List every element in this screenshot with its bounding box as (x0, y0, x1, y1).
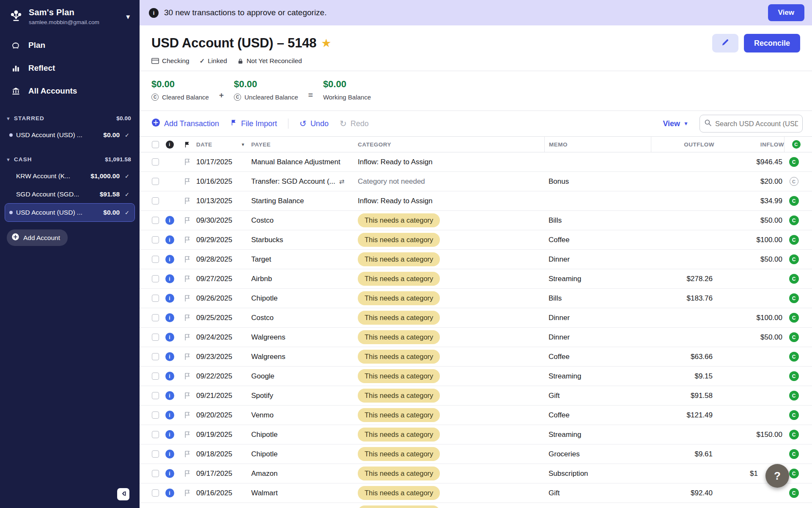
needs-category-pill[interactable]: This needs a category (358, 213, 440, 227)
needs-category-pill[interactable]: This needs a category (358, 389, 440, 403)
transaction-row[interactable]: i 09/21/2025 Spotify This needs a catego… (140, 386, 812, 406)
flag-icon[interactable] (178, 314, 196, 322)
needs-category-pill[interactable]: This needs a category (358, 311, 440, 325)
sidebar-item-plan[interactable]: Plan (0, 34, 140, 57)
flag-icon[interactable] (178, 431, 196, 439)
flag-icon[interactable] (178, 392, 196, 400)
cleared-icon[interactable]: C (789, 332, 799, 342)
select-all-checkbox[interactable] (152, 141, 159, 148)
transaction-row[interactable]: i 09/26/2025 Chipotle This needs a categ… (140, 289, 812, 308)
sidebar-item-all-accounts[interactable]: All Accounts (0, 80, 140, 102)
needs-category-pill[interactable]: This needs a category (358, 233, 440, 247)
transaction-row[interactable]: i 09/27/2025 Airbnb This needs a categor… (140, 269, 812, 289)
row-checkbox[interactable] (152, 411, 159, 419)
cleared-icon[interactable]: C (789, 254, 799, 264)
row-checkbox[interactable] (152, 431, 159, 438)
cleared-icon[interactable]: C (789, 352, 799, 362)
row-checkbox[interactable] (152, 217, 159, 224)
row-checkbox[interactable] (152, 353, 159, 360)
row-checkbox[interactable] (152, 236, 159, 243)
reconcile-button[interactable]: Reconcile (744, 34, 800, 52)
search-input[interactable] (715, 120, 798, 128)
row-checkbox[interactable] (152, 197, 159, 204)
info-icon[interactable]: i (165, 469, 174, 478)
transaction-row[interactable]: i 09/25/2025 Costco This needs a categor… (140, 308, 812, 328)
cleared-icon[interactable]: C (789, 410, 799, 420)
flag-icon[interactable] (178, 236, 196, 244)
transaction-row[interactable]: i 09/24/2025 Walgreens This needs a cate… (140, 328, 812, 347)
needs-category-pill[interactable]: This needs a category (358, 272, 440, 286)
info-icon[interactable]: i (165, 235, 174, 244)
flag-icon[interactable] (178, 411, 196, 419)
transaction-row[interactable]: 10/17/2025 Manual Balance Adjustment Inf… (140, 152, 812, 172)
cleared-icon[interactable]: C (789, 313, 799, 323)
transaction-row[interactable]: i 09/28/2025 Target This needs a categor… (140, 250, 812, 269)
flag-icon[interactable] (178, 294, 196, 302)
flag-icon[interactable] (178, 353, 196, 361)
info-icon[interactable]: i (165, 430, 174, 439)
needs-category-pill[interactable]: This needs a category (358, 291, 440, 305)
row-checkbox[interactable] (152, 178, 159, 185)
flag-icon[interactable] (178, 177, 196, 185)
cleared-icon[interactable]: C (789, 449, 799, 459)
transaction-row[interactable]: i 09/23/2025 Walgreens This needs a cate… (140, 347, 812, 367)
transaction-row[interactable]: i 09/19/2025 Chipotle This needs a categ… (140, 425, 812, 444)
transaction-row[interactable]: i This needs a category (140, 503, 812, 508)
add-account-button[interactable]: Add Account (7, 229, 68, 246)
flag-icon[interactable] (178, 489, 196, 497)
row-checkbox[interactable] (152, 392, 159, 399)
collapse-sidebar-button[interactable] (117, 488, 129, 500)
transaction-row[interactable]: i 09/22/2025 Google This needs a categor… (140, 367, 812, 386)
row-checkbox[interactable] (152, 450, 159, 458)
needs-category-pill[interactable]: This needs a category (358, 428, 440, 442)
flag-icon[interactable] (178, 372, 196, 380)
cleared-icon[interactable]: C (789, 430, 799, 439)
view-dropdown[interactable]: View ▼ (663, 119, 689, 128)
info-icon[interactable]: i (165, 255, 174, 264)
cleared-icon[interactable]: C (789, 293, 799, 303)
transaction-row[interactable]: i 09/20/2025 Venmo This needs a category (140, 406, 812, 425)
file-import-button[interactable]: File Import (230, 119, 277, 128)
transaction-row[interactable]: 10/13/2025 Starting Balance Inflow: Read… (140, 191, 812, 211)
needs-category-pill[interactable]: This needs a category (358, 330, 440, 344)
undo-button[interactable]: ↺ Undo (299, 119, 329, 128)
account-group-starred[interactable]: ▼ STARRED $0.00 (0, 103, 140, 126)
column-header-date[interactable]: DATE ▼ (196, 137, 251, 152)
redo-button[interactable]: ↻ Redo (340, 119, 369, 128)
row-checkbox[interactable] (152, 158, 159, 166)
row-checkbox[interactable] (152, 373, 159, 380)
sidebar-item-reflect[interactable]: Reflect (0, 57, 140, 80)
cleared-icon[interactable]: C (789, 488, 799, 498)
cleared-icon[interactable]: C (789, 371, 799, 381)
info-icon[interactable]: i (165, 352, 174, 361)
needs-category-pill[interactable]: This needs a category (358, 350, 440, 364)
info-icon[interactable]: i (165, 489, 174, 497)
row-checkbox[interactable] (152, 334, 159, 341)
info-icon[interactable]: i (165, 216, 174, 225)
sidebar-account-row[interactable]: USD Account (USD) ... $0.00 ✓ (5, 204, 134, 221)
needs-category-pill[interactable]: This needs a category (358, 252, 440, 266)
flag-icon[interactable] (178, 450, 196, 458)
cleared-icon[interactable]: C (789, 469, 799, 478)
flag-icon[interactable] (178, 275, 196, 283)
info-icon[interactable]: i (165, 274, 174, 283)
row-checkbox[interactable] (152, 470, 159, 477)
cleared-icon[interactable]: C (789, 235, 799, 245)
add-transaction-button[interactable]: Add Transaction (151, 118, 219, 129)
sort-caret-icon[interactable]: ▼ (241, 142, 245, 147)
flag-icon[interactable] (178, 255, 196, 263)
cleared-icon[interactable]: C (789, 391, 799, 400)
transaction-row[interactable]: i 09/18/2025 Chipotle This needs a categ… (140, 444, 812, 464)
transaction-row[interactable]: 10/16/2025 Transfer: SGD Account (... ⇄ … (140, 172, 812, 191)
row-checkbox[interactable] (152, 256, 159, 263)
info-icon[interactable]: i (165, 391, 174, 400)
info-icon[interactable]: i (165, 294, 174, 303)
transaction-row[interactable]: i 09/16/2025 Walmart This needs a catego… (140, 483, 812, 503)
cleared-icon[interactable]: C (789, 274, 799, 284)
edit-account-button[interactable] (712, 34, 738, 52)
info-icon[interactable]: i (165, 313, 174, 322)
info-icon[interactable]: i (165, 450, 174, 458)
sidebar-account-row[interactable]: KRW Account (K... $1,000.00 ✓ (5, 167, 134, 185)
needs-category-pill[interactable]: This needs a category (358, 486, 440, 500)
row-checkbox[interactable] (152, 275, 159, 282)
